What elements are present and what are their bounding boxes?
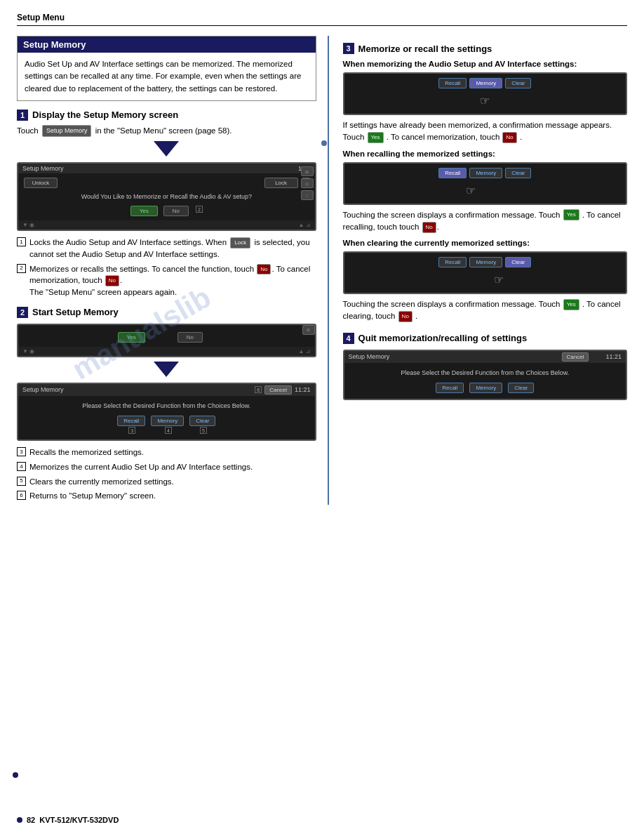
clear-clear-btn[interactable]: Clear	[505, 257, 531, 267]
page: Setup Menu manualslib Setup Memory Audio…	[0, 0, 644, 834]
screen1-title: Setup Memory	[22, 165, 64, 172]
screen2-yes-btn[interactable]: Yes	[118, 332, 145, 343]
step4-header: 4 Quit memorization/recalling of setting…	[343, 333, 627, 344]
arrow-down-1	[17, 141, 316, 157]
no-num-box: 2	[196, 206, 203, 213]
screen2-yes-no: Yes No	[24, 332, 297, 343]
cancel-num-box-left: 6	[255, 386, 262, 393]
recall-recall-btn[interactable]: Recall	[438, 168, 467, 178]
screen4-body-text: Please Select the Desired Function from …	[351, 369, 619, 378]
screen1-no-btn[interactable]: No	[163, 206, 189, 216]
memorize-section-title: When memorizing the Audio Setup and AV I…	[343, 60, 627, 68]
recall-memory-btn[interactable]: Memory	[469, 168, 502, 178]
screen4-time: 11:21	[605, 353, 622, 360]
screen4-recall-btn[interactable]: Recall	[436, 383, 464, 393]
setup-memory-touch-btn[interactable]: Setup Memory	[42, 125, 92, 138]
screen4-cancel-btn[interactable]: Cancel	[562, 352, 589, 362]
screen3-bottom-row: Recall 3 Memory 4 Clear 5	[25, 416, 308, 434]
memorize-text2: . To cancel memorization, touch	[387, 133, 500, 141]
step1-num: 1	[17, 110, 28, 121]
screen3-mockup: Setup Memory 6 Cancel 11:21 Please Selec…	[17, 383, 316, 442]
step1-instruction: Touch Setup Memory in the "Setup Menu" s…	[17, 125, 316, 138]
recall-text1: Touching the screen displays a confirmat…	[343, 211, 561, 219]
screen2-no-btn[interactable]: No	[177, 332, 203, 343]
screen4-clear-btn[interactable]: Clear	[508, 383, 534, 393]
list-num-3: 3	[17, 447, 26, 456]
list-item-3: 3 Recalls the memorized settings.	[17, 446, 316, 458]
clear-section-title: When clearing the currently memorized se…	[343, 239, 627, 247]
screen-memorize: Recall Memory Clear ☞	[343, 72, 627, 115]
memory-btn-group: Memory 4	[151, 416, 184, 434]
step3-title: Memorize or recall the settings	[358, 44, 492, 54]
screen4-title: Setup Memory	[349, 353, 390, 360]
step1-touch-text: in the "Setup Menu" screen (page 58).	[95, 126, 232, 135]
screen1-footer-right: ▲ ⊿	[298, 222, 310, 228]
screen1-yes-no: Yes No 2	[24, 206, 309, 216]
list-num-4: 4	[17, 462, 26, 471]
list-num-6: 6	[17, 491, 26, 500]
screen1-icons: ⊞ ◎ ♪	[301, 166, 314, 200]
memorize-clear-btn[interactable]: Clear	[505, 78, 531, 88]
recall-no-btn: No	[422, 222, 436, 233]
screen-recall: Recall Memory Clear ☞	[343, 162, 627, 205]
no-inline-btn-1: No	[257, 264, 271, 275]
step2-header: 2 Start Setup Memory	[17, 307, 316, 318]
list-text-4: Memorizes the current Audio Set Up and A…	[29, 461, 253, 473]
memorize-recall-btn[interactable]: Recall	[438, 78, 467, 88]
clear-cursor: ☞	[349, 272, 622, 289]
memorize-memory-btn[interactable]: Memory	[469, 78, 502, 88]
screen4-header: Setup Memory Cancel 11:21	[344, 351, 626, 363]
arrow-down-2	[17, 362, 316, 377]
step1-header: 1 Display the Setup Memory screen	[17, 110, 316, 121]
recall-description: Touching the screen displays a confirmat…	[343, 209, 627, 234]
list-num-5: 5	[17, 477, 26, 486]
memorize-cursor: ☞	[349, 93, 622, 110]
left-list-2: 3 Recalls the memorized settings. 4 Memo…	[17, 446, 316, 502]
memorize-btns-row: Recall Memory Clear	[349, 78, 622, 88]
recall-clear-btn[interactable]: Clear	[505, 168, 531, 178]
clear-memory-btn[interactable]: Memory	[469, 257, 502, 267]
clear-no-btn: No	[398, 311, 412, 322]
footer-dot	[17, 817, 22, 823]
list-text-5: Clears the currently memorized settings.	[29, 476, 174, 488]
arrow-triangle-2	[154, 362, 179, 377]
clear-num: 5	[200, 427, 207, 434]
screen1-yes-btn[interactable]: Yes	[130, 206, 158, 216]
page-footer: 82 KVT-512/KVT-532DVD	[17, 816, 119, 824]
screen3-cancel-btn[interactable]: Cancel	[264, 385, 292, 395]
screen3-memory-btn[interactable]: Memory	[151, 416, 184, 426]
list-text-6: Returns to "Setup Memory" screen.	[29, 490, 156, 502]
memory-num: 4	[165, 427, 172, 434]
screen4-mockup: Setup Memory Cancel 11:21 Please Select …	[343, 350, 627, 401]
left-border-dot	[13, 772, 18, 778]
screen4-header-right: Cancel 11:21	[562, 352, 622, 362]
left-column: Setup Memory Audio Set Up and AV Interfa…	[17, 36, 329, 505]
setup-memory-title: Setup Memory	[18, 37, 316, 53]
page-header: Setup Menu	[17, 13, 627, 26]
screen3-clear-btn[interactable]: Clear	[189, 416, 215, 426]
recall-text3: touch No.	[399, 223, 439, 231]
memorize-description: If settings have already been memorized,…	[343, 119, 627, 144]
screen3-title: Setup Memory	[22, 386, 64, 393]
screen3-body: Please Select the Desired Function from …	[18, 396, 315, 440]
screen2-body: Yes No	[18, 325, 302, 347]
clear-recall-btn[interactable]: Recall	[438, 257, 467, 267]
screen-clear: Recall Memory Clear ☞	[343, 251, 627, 294]
step3-header: 3 Memorize or recall the settings	[343, 43, 627, 54]
lock-btn[interactable]: Lock	[264, 178, 298, 188]
icon-1: ⊞	[301, 166, 314, 176]
screen3-recall-btn[interactable]: Recall	[117, 416, 145, 426]
screen3-body-text: Please Select the Desired Function from …	[25, 402, 308, 411]
screen1-header: Setup Memory 11:1	[18, 164, 315, 173]
list-item-5: 5 Clears the currently memorized setting…	[17, 476, 316, 488]
screen3-header-right: 6 Cancel 11:21	[253, 385, 310, 395]
screen4-memory-btn[interactable]: Memory	[469, 383, 502, 393]
screen3-header: Setup Memory 6 Cancel 11:21	[18, 384, 315, 396]
right-column: 3 Memorize or recall the settings When m…	[329, 36, 627, 505]
lock-inline-btn: Lock	[230, 237, 250, 249]
recall-yes-btn: Yes	[563, 209, 579, 220]
screen1-mockup: Setup Memory 11:1 Unlock Lock 1 Would Yo…	[17, 162, 316, 231]
unlock-btn[interactable]: Unlock	[24, 178, 58, 188]
screen1-body-text: Would You Like to Memorize or Recall the…	[24, 192, 309, 201]
clear-description: Touching the screen displays a confirmat…	[343, 298, 627, 323]
